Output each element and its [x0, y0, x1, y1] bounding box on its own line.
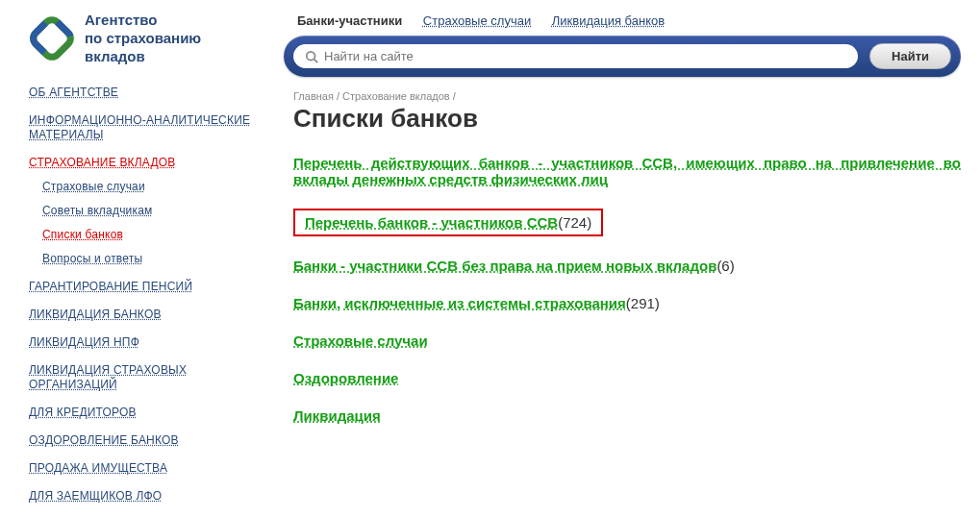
sidenav-liq-npf[interactable]: ЛИКВИДАЦИЯ НПФ: [29, 335, 139, 349]
logo-icon: [29, 15, 75, 62]
logo[interactable]: Агентство по страхованию вкладов: [29, 12, 264, 65]
sidenav-liq-banks[interactable]: ЛИКВИДАЦИЯ БАНКОВ: [29, 308, 162, 321]
sub-nav: Страховые случаи Советы вкладчикам Списк…: [29, 179, 264, 265]
list-item: Перечень банков - участников ССВ(724): [293, 209, 961, 236]
page-title: Списки банков: [293, 104, 961, 134]
count-badge: (6): [716, 258, 734, 274]
subnav-faq[interactable]: Вопросы и ответы: [42, 252, 142, 265]
link-excluded[interactable]: Банки, исключенные из системы страховани…: [293, 295, 626, 311]
count-badge: (724): [558, 214, 591, 231]
sidenav-bank-recovery[interactable]: ОЗДОРОВЛЕНИЕ БАНКОВ: [29, 433, 179, 447]
top-nav: Банки-участники Страховые случаи Ликвида…: [284, 12, 961, 36]
logo-text: Агентство по страхованию вкладов: [85, 12, 201, 65]
search-input[interactable]: [324, 49, 846, 63]
sidenav-property-sale[interactable]: ПРОДАЖА ИМУЩЕСТВА: [29, 461, 167, 475]
subnav-insurance-cases[interactable]: Страховые случаи: [42, 180, 145, 193]
tab-liquidation[interactable]: Ликвидация банков: [552, 13, 665, 28]
link-list: Перечень действующих банков - участников…: [284, 155, 961, 424]
breadcrumb-home[interactable]: Главная: [293, 90, 334, 102]
search-bar: Найти: [284, 36, 961, 77]
sidenav-about[interactable]: ОБ АГЕНТСТВЕ: [29, 86, 118, 99]
search-input-wrap: [293, 44, 858, 68]
main: Банки-участники Страховые случаи Ликвида…: [264, 12, 961, 517]
list-item: Банки - участники ССВ без права на прием…: [293, 258, 961, 274]
subnav-bank-lists[interactable]: Списки банков: [42, 228, 123, 241]
sidenav-info-materials[interactable]: ИНФОРМАЦИОННО-АНАЛИТИЧЕСКИЕ МАТЕРИАЛЫ: [29, 113, 250, 141]
link-recovery[interactable]: Оздоровление: [293, 370, 398, 386]
sidenav-liq-insurance-orgs[interactable]: ЛИКВИДАЦИЯ СТРАХОВЫХ ОРГАНИЗАЦИЙ: [29, 363, 187, 391]
list-item: Оздоровление: [293, 370, 961, 386]
link-no-new-deposits[interactable]: Банки - участники ССВ без права на прием…: [293, 258, 716, 274]
link-active-banks[interactable]: Перечень действующих банков - участников…: [293, 155, 961, 187]
list-item: Банки, исключенные из системы страховани…: [293, 295, 961, 311]
list-item: Страховые случаи: [293, 332, 961, 349]
sidenav-borrowers[interactable]: ДЛЯ ЗАЕМЩИКОВ ЛФО: [29, 489, 162, 503]
breadcrumb: Главная / Страхование вкладов /: [293, 90, 961, 102]
breadcrumb-section[interactable]: Страхование вкладов: [342, 90, 450, 102]
sidebar: Агентство по страхованию вкладов ОБ АГЕН…: [29, 12, 264, 517]
link-insurance-cases[interactable]: Страховые случаи: [293, 332, 428, 349]
search-button[interactable]: Найти: [869, 43, 951, 69]
sidenav-pensions[interactable]: ГАРАНТИРОВАНИЕ ПЕНСИЙ: [29, 280, 192, 293]
highlight-box: Перечень банков - участников ССВ(724): [293, 209, 603, 236]
svg-line-3: [314, 59, 318, 62]
link-liquidation[interactable]: Ликвидация: [293, 407, 381, 424]
tab-insurance-cases[interactable]: Страховые случаи: [423, 13, 531, 28]
link-ssv-participants[interactable]: Перечень банков - участников ССВ: [305, 214, 558, 231]
search-icon: [305, 50, 318, 63]
count-badge: (291): [626, 295, 660, 311]
list-item: Перечень действующих банков - участников…: [293, 155, 961, 187]
list-item: Ликвидация: [293, 407, 961, 424]
sidenav-creditors[interactable]: ДЛЯ КРЕДИТОРОВ: [29, 406, 137, 419]
side-nav: ОБ АГЕНТСТВЕ ИНФОРМАЦИОННО-АНАЛИТИЧЕСКИЕ…: [29, 85, 264, 517]
subnav-advice[interactable]: Советы вкладчикам: [42, 204, 153, 217]
sidenav-insurance[interactable]: СТРАХОВАНИЕ ВКЛАДОВ: [29, 156, 176, 169]
tab-participants[interactable]: Банки-участники: [297, 13, 402, 28]
svg-point-2: [307, 51, 315, 60]
